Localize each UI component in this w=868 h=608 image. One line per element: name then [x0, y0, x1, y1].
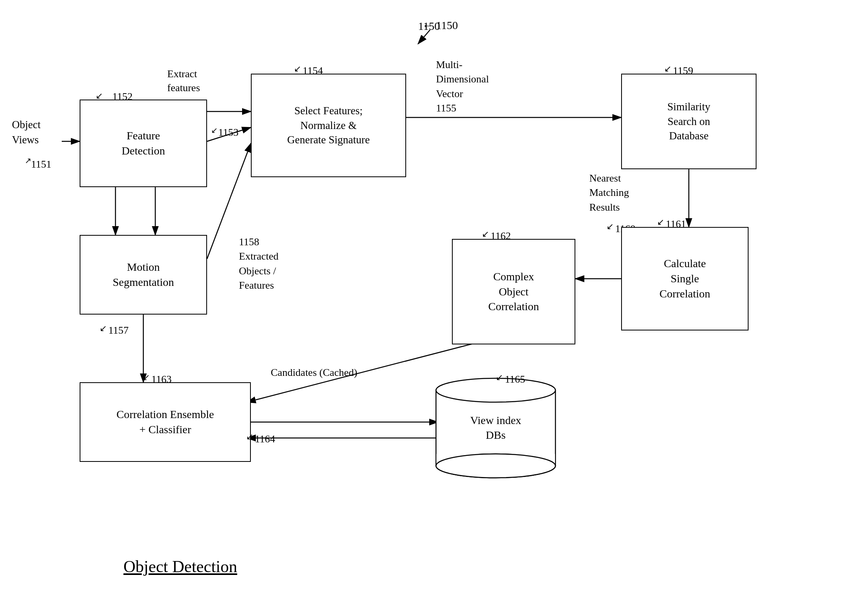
multi-dim-vector-label: Multi-DimensionalVector1155 [436, 58, 489, 116]
complex-object-box: ComplexObjectCorrelation [452, 239, 575, 344]
ref-1165: 1165 [505, 373, 525, 385]
ref-1150: ← 1150 [422, 19, 458, 32]
object-detection-title: Object Detection [123, 557, 237, 576]
ref-1161: 1161 [666, 218, 686, 230]
correlation-ensemble-box: Correlation Ensemble+ Classifier [80, 382, 251, 462]
ref-1165-curve: ↙ [496, 372, 503, 383]
similarity-search-box: SimilaritySearch onDatabase [621, 74, 757, 169]
svg-text:View index: View index [470, 414, 521, 426]
object-detection-title-text: Object Detection [123, 557, 237, 576]
calculate-single-box: CalculateSingleCorrelation [621, 227, 749, 330]
ref-1152: 1152 [112, 91, 133, 103]
ref-1154: 1154 [303, 65, 323, 77]
svg-point-20 [436, 454, 555, 478]
view-index-dbs-cylinder: View index DBs [434, 374, 565, 486]
ref-1151-curve: ↙ [25, 156, 31, 166]
candidates-cached-label: Candidates (Cached) [271, 366, 357, 379]
motion-segmentation-box: MotionSegmentation [80, 235, 207, 315]
feature-detection-box: FeatureDetection [80, 100, 207, 187]
ref-1157-curve: ↙ [100, 323, 107, 334]
ref-1162-curve: ↙ [482, 229, 489, 239]
diagram-container: 1150 [0, 0, 868, 608]
ref-1152-curve: ↙ [96, 91, 103, 101]
ref-1164-curve: ↙ [246, 432, 253, 442]
ref-1160-curve: ↙ [606, 221, 614, 232]
ref-1153: 1153 [218, 127, 239, 139]
select-features-box: Select Features;Normalize &Generate Sign… [251, 74, 406, 177]
ref-1161-curve: ↙ [657, 217, 664, 227]
ref-1163-curve: ↙ [143, 372, 150, 383]
ref-1154-curve: ↙ [294, 64, 301, 74]
ref-1153-curve: ↙ [211, 125, 218, 135]
ref-1159: 1159 [673, 65, 693, 77]
nearest-matching-label: NearestMatchingResults [589, 171, 629, 215]
ref-1157: 1157 [108, 325, 129, 336]
ref-1162: 1162 [491, 230, 511, 242]
ref-1151: 1151 [31, 158, 51, 170]
svg-text:DBs: DBs [486, 429, 506, 441]
ref-1163: 1163 [151, 373, 172, 385]
object-views-label: ObjectViews [12, 117, 41, 148]
ref-1159-curve: ↙ [664, 64, 671, 74]
ref-1164: 1164 [255, 433, 275, 445]
extract-features-label: Extractfeatures [167, 67, 200, 95]
extracted-objects-label: 1158ExtractedObjects /Features [239, 235, 279, 293]
